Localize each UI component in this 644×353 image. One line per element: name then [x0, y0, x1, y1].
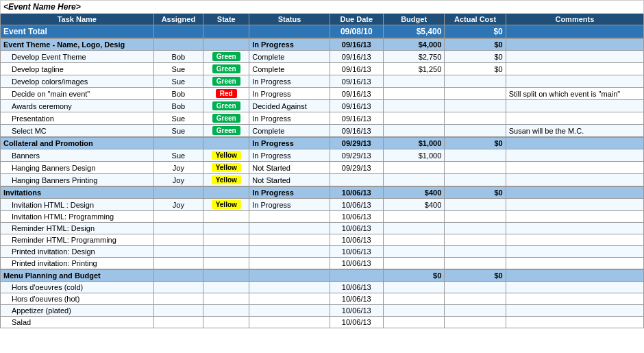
item-actual: [445, 234, 506, 246]
category-row-3: Menu Planning and Budget $0 $0: [1, 270, 644, 282]
item-status: [249, 246, 330, 258]
table-row: Hanging Banners Printing Joy Yellow Not …: [1, 174, 644, 186]
item-assigned: Bob: [153, 88, 203, 100]
category-state: [203, 187, 249, 199]
item-state: [203, 223, 249, 234]
item-task: Decide on "main event": [1, 88, 154, 100]
table-row: Hors d'oeuvres (hot) 10/06/13: [1, 293, 644, 305]
event-total-status: [249, 25, 330, 38]
category-comments: [506, 270, 643, 282]
item-state: Green: [203, 75, 249, 88]
item-comments: [506, 199, 643, 211]
item-task: Presentation: [1, 112, 154, 125]
state-badge: Green: [212, 101, 240, 110]
category-state: [203, 138, 249, 149]
item-comments: [506, 100, 643, 112]
state-badge: Yellow: [212, 163, 241, 172]
item-assigned: Sue: [153, 125, 203, 137]
state-badge: Yellow: [212, 151, 241, 160]
state-badge: Yellow: [212, 200, 241, 209]
table-row: Salad 10/06/13: [1, 317, 644, 328]
item-state: [203, 258, 249, 269]
category-name: Menu Planning and Budget: [1, 270, 154, 282]
item-task: Hors d'oeuvres (hot): [1, 293, 154, 305]
item-due: 10/06/13: [330, 293, 383, 305]
category-budget: $4,000: [383, 39, 444, 51]
category-actual: $0: [445, 270, 506, 282]
item-budget: $2,750: [383, 51, 444, 63]
table-row: Select MC Sue Green Complete 09/16/13 Su…: [1, 125, 644, 137]
item-state: [203, 317, 249, 328]
item-budget: [383, 100, 444, 112]
header-budget: Budget: [383, 14, 444, 25]
item-actual: [445, 88, 506, 100]
item-comments: Susan will be the M.C.: [506, 125, 643, 137]
item-task: Invitation HTML : Design: [1, 199, 154, 211]
item-actual: [445, 112, 506, 125]
item-state: Yellow: [203, 162, 249, 174]
item-status: [249, 234, 330, 246]
item-budget: [383, 162, 444, 174]
category-actual: $0: [445, 39, 506, 51]
item-status: [249, 258, 330, 269]
event-total-assigned: [153, 25, 203, 38]
item-actual: [445, 100, 506, 112]
item-assigned: Sue: [153, 112, 203, 125]
item-due: 10/06/13: [330, 223, 383, 234]
item-status: Complete: [249, 63, 330, 75]
item-assigned: Bob: [153, 51, 203, 63]
table-row: Printed invitation: Printing 10/06/13: [1, 258, 644, 269]
table-row: Awards ceremony Bob Green Decided Agains…: [1, 100, 644, 112]
category-name: Event Theme - Name, Logo, Desig: [1, 39, 154, 51]
category-assigned: [153, 270, 203, 282]
item-assigned: Sue: [153, 63, 203, 75]
item-status: Complete: [249, 51, 330, 63]
header-status: Status: [249, 14, 330, 25]
item-comments: [506, 162, 643, 174]
category-budget: $0: [383, 270, 444, 282]
category-comments: [506, 138, 643, 149]
item-status: [249, 223, 330, 234]
item-state: Green: [203, 112, 249, 125]
item-comments: [506, 317, 643, 328]
table-row: Hanging Banners Design Joy Yellow Not St…: [1, 162, 644, 174]
item-budget: [383, 293, 444, 305]
category-due: 10/06/13: [330, 187, 383, 199]
item-status: Decided Against: [249, 100, 330, 112]
item-assigned: Bob: [153, 100, 203, 112]
item-assigned: [153, 317, 203, 328]
item-task: Develop Event Theme: [1, 51, 154, 63]
category-state: [203, 39, 249, 51]
item-task: Hanging Banners Design: [1, 162, 154, 174]
event-name: <Event Name Here>: [1, 1, 644, 14]
category-status: In Progress: [249, 39, 330, 51]
item-task: Reminder HTML: Design: [1, 223, 154, 234]
item-state: Green: [203, 51, 249, 63]
item-status: In Progress: [249, 112, 330, 125]
category-status: [249, 270, 330, 282]
event-total-budget: $5,400: [383, 25, 444, 38]
item-comments: Still split on which event is "main": [506, 88, 643, 100]
item-due: 09/16/13: [330, 51, 383, 63]
table-row: Reminder HTML: Design 10/06/13: [1, 223, 644, 234]
event-total-actual: $0: [445, 25, 506, 38]
item-actual: [445, 174, 506, 186]
item-assigned: [153, 223, 203, 234]
item-actual: [445, 246, 506, 258]
header-state: State: [203, 14, 249, 25]
item-status: In Progress: [249, 149, 330, 162]
item-budget: [383, 88, 444, 100]
state-badge: Green: [212, 52, 240, 61]
table-row: Develop Event Theme Bob Green Complete 0…: [1, 51, 644, 63]
category-row-1: Collateral and Promotion In Progress 09/…: [1, 138, 644, 149]
item-actual: [445, 317, 506, 328]
item-budget: [383, 246, 444, 258]
table-row: Develop tagline Sue Green Complete 09/16…: [1, 63, 644, 75]
item-comments: [506, 63, 643, 75]
item-comments: [506, 223, 643, 234]
item-status: [249, 282, 330, 293]
category-due: [330, 270, 383, 282]
item-due: 10/06/13: [330, 234, 383, 246]
item-budget: [383, 125, 444, 137]
item-budget: [383, 211, 444, 223]
